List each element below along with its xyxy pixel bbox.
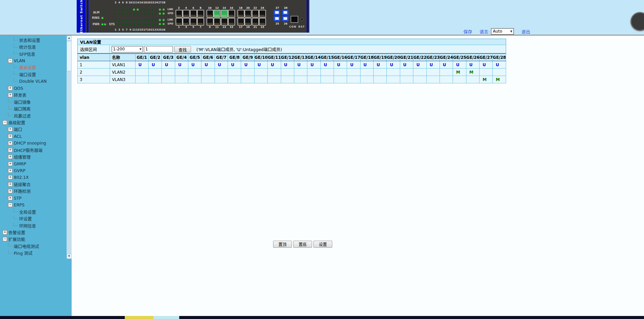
sidebar-item[interactable]: +STP — [0, 195, 67, 201]
sidebar-item[interactable]: 端口隔离 — [0, 105, 67, 112]
sidebar-item[interactable]: +环路检测 — [0, 188, 67, 195]
chevron-down-icon: ▼ — [510, 30, 512, 33]
sidebar-item[interactable]: −VLAN — [0, 57, 67, 64]
sidebar-item[interactable]: 端口镜像 — [0, 98, 67, 105]
sidebar-item[interactable]: +链接聚合 — [0, 181, 67, 188]
sidebar-item[interactable]: +802.1X — [0, 174, 67, 181]
sidebar-item[interactable]: +告警设置 — [0, 229, 67, 236]
sidebar-item[interactable]: −高级配置 — [0, 119, 67, 126]
tree-expand-icon[interactable]: + — [8, 196, 12, 200]
tree-expand-icon[interactable]: + — [8, 168, 12, 173]
sidebar-item[interactable]: 统计信息 — [0, 43, 67, 50]
bottom-bar — [0, 316, 644, 319]
port-led — [118, 23, 120, 25]
sidebar-scrollbar[interactable]: ▲ ▼ — [67, 36, 72, 259]
sidebar-item[interactable]: +转发表 — [0, 92, 67, 98]
port-number: 4 — [183, 6, 190, 9]
sidebar-item[interactable]: +端口 — [0, 126, 67, 133]
sidebar-item[interactable]: −扩展功能 — [0, 236, 67, 243]
port-led — [133, 9, 135, 10]
rj45-port — [221, 18, 228, 26]
tree-expand-icon[interactable]: + — [8, 148, 12, 152]
move-top-button[interactable]: 置顶 — [273, 241, 292, 248]
sidebar-item[interactable]: Double VLAN — [0, 78, 67, 85]
port-membership-cell — [254, 76, 267, 83]
range-select[interactable]: 1-200 ▼ — [112, 46, 143, 52]
rj45-port — [190, 18, 197, 26]
vlan-search-input[interactable] — [144, 46, 173, 52]
port-led — [115, 19, 116, 21]
port-number: 25 — [273, 22, 281, 25]
tree-collapse-icon[interactable]: − — [3, 120, 7, 125]
logout-link[interactable]: 退出 — [521, 28, 530, 35]
sidebar-item[interactable]: 端口电缆测试 — [0, 243, 67, 249]
tree-connector-icon — [13, 78, 18, 82]
port-group: 101214169111315 — [206, 6, 235, 29]
column-header-port: GE/15 — [320, 54, 334, 61]
sidebar-item[interactable]: 端口设置 — [0, 71, 67, 78]
console-port — [291, 16, 298, 23]
tree-expand-icon[interactable]: + — [3, 230, 7, 235]
sidebar-item[interactable]: 环设置 — [0, 215, 67, 222]
port-number: 11 — [214, 26, 221, 29]
port-number: 13 — [221, 26, 228, 29]
table-header-row: vlan名称GE/1GE/2GE/3GE/4GE/5GE/6GE/7GE/8GE… — [78, 54, 506, 61]
port-membership-cell: U — [215, 61, 228, 69]
tree-connector-icon — [8, 113, 12, 116]
tree-expand-icon[interactable]: + — [8, 93, 12, 97]
tree-expand-icon[interactable]: + — [8, 189, 12, 193]
tree-expand-icon[interactable]: + — [8, 162, 12, 166]
sidebar-item[interactable]: 基本设置 — [0, 64, 67, 71]
sidebar-item[interactable]: −ERPS — [0, 202, 67, 208]
device-label: Ethernet Switch — [77, 0, 85, 33]
language-select[interactable]: Auto ▼ — [491, 28, 514, 35]
tree-collapse-icon[interactable]: − — [8, 203, 12, 207]
sidebar-item[interactable]: 状态和设置 — [0, 37, 67, 43]
sidebar-item[interactable]: +DHCP snooping — [0, 140, 67, 147]
column-header-port: GE/13 — [294, 54, 307, 61]
save-link[interactable]: 保存 — [463, 28, 472, 35]
sidebar-item-label: 组播管理 — [14, 154, 31, 160]
taskbar-fragment — [125, 316, 153, 319]
sidebar-item[interactable]: +QOS — [0, 85, 67, 91]
sidebar-item[interactable]: SFP信息 — [0, 50, 67, 57]
sidebar-item[interactable]: Ping 测试 — [0, 250, 67, 256]
port-number: 9 — [206, 26, 214, 29]
column-header-port: GE/18 — [360, 54, 373, 61]
sidebar-item[interactable]: 全局设置 — [0, 208, 67, 215]
tree-collapse-icon[interactable]: − — [8, 58, 12, 63]
port-led — [148, 13, 150, 14]
search-button[interactable]: 查找 — [174, 46, 191, 52]
sidebar-item[interactable]: 环网信息 — [0, 222, 67, 229]
port-group-top-numbers: 2468 — [175, 6, 204, 9]
rj45-port — [228, 10, 235, 17]
sidebar-item[interactable]: +ACL — [0, 133, 67, 139]
port-led — [122, 19, 124, 21]
apply-button[interactable]: 设置 — [313, 241, 332, 248]
column-header-port: GE/22 — [413, 54, 426, 61]
port-led — [137, 19, 139, 21]
move-bottom-button[interactable]: 置底 — [293, 241, 312, 248]
port-number: 6 — [190, 6, 197, 9]
tree-expand-icon[interactable]: + — [8, 86, 12, 90]
tree-expand-icon[interactable]: + — [8, 134, 12, 138]
port-membership-cell — [307, 76, 320, 83]
port-led — [163, 13, 164, 14]
port-group: 24681357 — [175, 6, 204, 29]
sidebar-item[interactable]: +GVRP — [0, 167, 67, 174]
sidebar-item[interactable]: +GMRP — [0, 160, 67, 167]
scroll-down-icon[interactable]: ▼ — [67, 254, 72, 259]
sidebar-item[interactable]: 风暴过滤 — [0, 112, 67, 119]
sidebar-item[interactable]: +组播管理 — [0, 153, 67, 160]
scroll-up-icon[interactable]: ▲ — [67, 36, 72, 41]
scrollbar-thumb[interactable] — [67, 41, 72, 71]
tree-expand-icon[interactable]: + — [8, 175, 12, 180]
tree-collapse-icon[interactable]: − — [3, 237, 7, 241]
tree-expand-icon[interactable]: + — [8, 182, 12, 187]
tree-expand-icon[interactable]: + — [8, 155, 12, 159]
tree-expand-icon[interactable]: + — [8, 141, 12, 145]
sidebar-item-label: 告警设置 — [8, 229, 25, 236]
tree-expand-icon[interactable]: + — [8, 127, 12, 131]
port-number: 15 — [228, 26, 235, 29]
sidebar-item[interactable]: +DHCP服务器端 — [0, 147, 67, 153]
